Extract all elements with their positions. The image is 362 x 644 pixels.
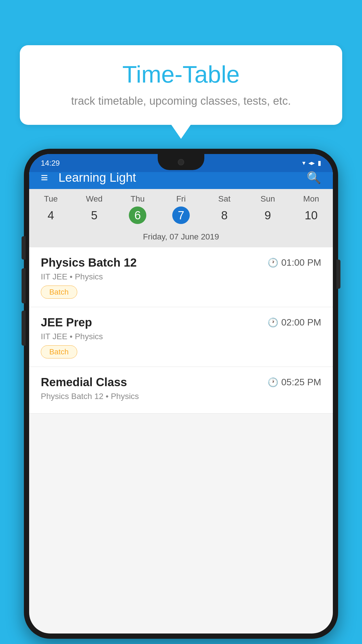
schedule-item-time: 🕐01:00 PM [268, 257, 321, 268]
time-text: 05:25 PM [281, 377, 321, 388]
speech-bubble: Time-Table track timetable, upcoming cla… [20, 45, 342, 125]
weekday-number[interactable]: 6 [129, 206, 146, 224]
weekday-name: Sun [246, 194, 289, 204]
weekday-item[interactable]: Sat8 [203, 194, 246, 228]
phone-screen: 14:29 ▾ ◂▸ ▮ ≡ Learning Light 🔍 Tu [29, 154, 333, 634]
time-text: 01:00 PM [281, 257, 321, 268]
weekday-number[interactable]: 4 [42, 206, 59, 224]
schedule-item-time: 🕐02:00 PM [268, 317, 321, 328]
app-title: Learning Light [59, 171, 307, 185]
weekday-item[interactable]: Sun9 [246, 194, 289, 228]
clock-icon: 🕐 [268, 317, 278, 328]
batch-badge: Batch [41, 286, 77, 299]
batch-badge: Batch [41, 345, 77, 358]
phone-mockup: 14:29 ▾ ◂▸ ▮ ≡ Learning Light 🔍 Tu [24, 149, 338, 644]
weekday-number[interactable]: 8 [216, 206, 233, 224]
bubble-title: Time-Table [37, 61, 325, 88]
weekday-item[interactable]: Mon10 [289, 194, 333, 228]
wifi-icon: ▾ [302, 159, 305, 167]
schedule-item-subtitle: Physics Batch 12 • Physics [41, 392, 321, 401]
volume-up-button [22, 268, 26, 303]
time-text: 02:00 PM [281, 317, 321, 328]
selected-date-label: Friday, 07 June 2019 [29, 228, 333, 247]
status-icons: ▾ ◂▸ ▮ [302, 159, 321, 167]
power-button [336, 260, 340, 289]
weekday-name: Wed [73, 194, 116, 204]
weekday-item[interactable]: Fri7 [159, 194, 203, 228]
calendar-section: Tue4Wed5Thu6Fri7Sat8Sun9Mon10 Friday, 07… [29, 189, 333, 247]
hamburger-menu-icon[interactable]: ≡ [41, 172, 48, 184]
weekday-name: Sat [203, 194, 246, 204]
weekdays-row: Tue4Wed5Thu6Fri7Sat8Sun9Mon10 [29, 189, 333, 228]
volume-down-button [22, 311, 26, 346]
schedule-item[interactable]: JEE Prep🕐02:00 PMIIT JEE • PhysicsBatch [29, 307, 333, 367]
bubble-subtitle: track timetable, upcoming classes, tests… [37, 93, 325, 109]
schedule-item-title: JEE Prep [41, 316, 92, 329]
weekday-name: Fri [159, 194, 203, 204]
weekday-number[interactable]: 10 [303, 206, 320, 224]
weekday-name: Mon [289, 194, 333, 204]
weekday-item[interactable]: Wed5 [73, 194, 116, 228]
schedule-item-header: Remedial Class🕐05:25 PM [41, 376, 321, 389]
volume-silent-button [22, 236, 26, 260]
schedule-item-subtitle: IIT JEE • Physics [41, 272, 321, 281]
clock-icon: 🕐 [268, 258, 278, 268]
search-icon[interactable]: 🔍 [307, 171, 321, 185]
schedule-item-title: Remedial Class [41, 376, 127, 389]
speech-bubble-container: Time-Table track timetable, upcoming cla… [20, 45, 342, 125]
signal-icon: ◂▸ [308, 159, 315, 167]
schedule-list: Physics Batch 12🕐01:00 PMIIT JEE • Physi… [29, 247, 333, 414]
schedule-item-header: JEE Prep🕐02:00 PM [41, 316, 321, 329]
schedule-item[interactable]: Remedial Class🕐05:25 PMPhysics Batch 12 … [29, 367, 333, 414]
schedule-item-title: Physics Batch 12 [41, 256, 137, 269]
notch [158, 154, 204, 170]
schedule-item-header: Physics Batch 12🕐01:00 PM [41, 256, 321, 269]
schedule-item-time: 🕐05:25 PM [268, 377, 321, 388]
phone-outer: 14:29 ▾ ◂▸ ▮ ≡ Learning Light 🔍 Tu [24, 149, 338, 639]
weekday-number[interactable]: 7 [172, 206, 190, 224]
weekday-item[interactable]: Thu6 [116, 194, 159, 228]
schedule-item[interactable]: Physics Batch 12🕐01:00 PMIIT JEE • Physi… [29, 247, 333, 307]
battery-icon: ▮ [318, 159, 321, 167]
clock-icon: 🕐 [268, 377, 278, 387]
weekday-number[interactable]: 9 [259, 206, 277, 224]
schedule-item-subtitle: IIT JEE • Physics [41, 332, 321, 341]
front-camera [178, 159, 184, 165]
weekday-name: Tue [29, 194, 73, 204]
weekday-name: Thu [116, 194, 159, 204]
weekday-item[interactable]: Tue4 [29, 194, 73, 228]
weekday-number[interactable]: 5 [85, 206, 103, 224]
